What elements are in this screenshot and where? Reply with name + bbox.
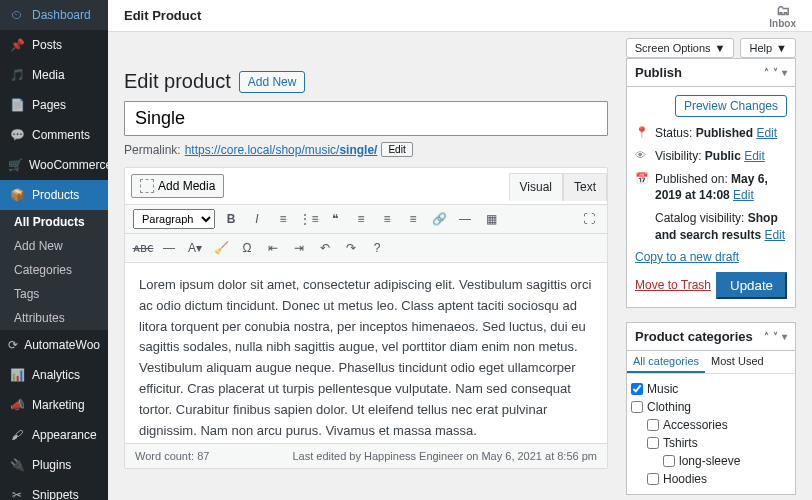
sidebar-label: Media [32, 68, 65, 82]
package-icon: 📦 [8, 186, 26, 204]
all-categories-tab[interactable]: All categories [627, 351, 705, 373]
sidebar-appearance[interactable]: 🖌Appearance [0, 420, 108, 450]
category-checkbox[interactable] [631, 401, 643, 413]
quote-button[interactable]: ❝ [325, 209, 345, 229]
preview-changes-button[interactable]: Preview Changes [675, 95, 787, 117]
category-checkbox[interactable] [647, 473, 659, 485]
text-tab[interactable]: Text [563, 173, 607, 201]
submenu-all-products[interactable]: All Products [0, 210, 108, 234]
inbox-label: Inbox [769, 18, 796, 29]
indent-button[interactable]: ⇥ [289, 238, 309, 258]
chevron-up-icon[interactable]: ˄ [764, 67, 769, 78]
sidebar-automatewoo[interactable]: ⟳AutomateWoo [0, 330, 108, 360]
permalink-edit-button[interactable]: Edit [381, 142, 412, 157]
editor-footer: Word count: 87 Last edited by Happiness … [125, 443, 607, 468]
sidebar-snippets[interactable]: ✂Snippets [0, 480, 108, 500]
sidebar-posts[interactable]: 📌Posts [0, 30, 108, 60]
special-button[interactable]: Ω [237, 238, 257, 258]
category-checkbox[interactable] [647, 419, 659, 431]
sidebar-label: AutomateWoo [24, 338, 100, 352]
submenu-tags[interactable]: Tags [0, 282, 108, 306]
edit-visibility-link[interactable]: Edit [744, 149, 765, 163]
category-checkbox[interactable] [647, 437, 659, 449]
chevron-up-icon[interactable]: ˄ [764, 331, 769, 342]
bold-button[interactable]: B [221, 209, 241, 229]
visual-tab[interactable]: Visual [509, 173, 563, 201]
move-to-trash-link[interactable]: Move to Trash [635, 278, 711, 292]
edit-date-link[interactable]: Edit [733, 188, 754, 202]
plug-icon: 🔌 [8, 456, 26, 474]
sidebar-pages[interactable]: 📄Pages [0, 90, 108, 120]
cycle-icon: ⟳ [8, 336, 18, 354]
more-button[interactable]: — [455, 209, 475, 229]
inbox-icon: 🗂 [769, 2, 796, 18]
textcolor-button[interactable]: A▾ [185, 238, 205, 258]
megaphone-icon: 📣 [8, 396, 26, 414]
screen-options-button[interactable]: Screen Options ▼ [626, 38, 735, 58]
category-tree: Music Clothing Accessories Tshirts long-… [627, 374, 795, 494]
strike-button[interactable]: ᴀʙᴄ [133, 238, 153, 258]
sidebar-analytics[interactable]: 📊Analytics [0, 360, 108, 390]
list-ul-button[interactable]: ≡ [273, 209, 293, 229]
category-item[interactable]: Music [631, 380, 791, 398]
category-item[interactable]: Accessories [631, 416, 791, 434]
main: Edit Product 🗂 Inbox Screen Options ▼ He… [108, 0, 812, 500]
submenu-categories[interactable]: Categories [0, 258, 108, 282]
editor-body[interactable]: Lorem ipsum dolor sit amet, consectetur … [125, 263, 607, 443]
hr-button[interactable]: — [159, 238, 179, 258]
chevron-down-icon[interactable]: ˅ [773, 67, 778, 78]
chevron-down-icon[interactable]: ˅ [773, 331, 778, 342]
sidebar-media[interactable]: 🎵Media [0, 60, 108, 90]
category-checkbox[interactable] [663, 455, 675, 467]
sidebar-plugins[interactable]: 🔌Plugins [0, 450, 108, 480]
edit-status-link[interactable]: Edit [756, 126, 777, 140]
categories-panel: Product categories ˄˅▾ All categories Mo… [626, 322, 796, 495]
help-button[interactable]: ? [367, 238, 387, 258]
align-left-button[interactable]: ≡ [351, 209, 371, 229]
undo-button[interactable]: ↶ [315, 238, 335, 258]
submenu-attributes[interactable]: Attributes [0, 306, 108, 330]
products-submenu: All Products Add New Categories Tags Att… [0, 210, 108, 330]
sidebar-comments[interactable]: 💬Comments [0, 120, 108, 150]
sidebar-products[interactable]: 📦Products [0, 180, 108, 210]
fullscreen-button[interactable]: ⛶ [579, 209, 599, 229]
copy-draft-link[interactable]: Copy to a new draft [635, 250, 739, 264]
list-ol-button[interactable]: ⋮≡ [299, 209, 319, 229]
product-title-input[interactable] [124, 101, 608, 136]
inbox-button[interactable]: 🗂 Inbox [769, 2, 796, 29]
category-checkbox[interactable] [631, 383, 643, 395]
media-icon: 🎵 [8, 66, 26, 84]
category-item[interactable]: Hoodies [631, 470, 791, 488]
sidebar-marketing[interactable]: 📣Marketing [0, 390, 108, 420]
sidebar-woocommerce[interactable]: 🛒WooCommerce [0, 150, 108, 180]
add-media-button[interactable]: Add Media [131, 174, 224, 198]
category-item[interactable]: long-sleeve [631, 452, 791, 470]
update-button[interactable]: Update [716, 272, 787, 299]
category-item[interactable]: Tshirts [631, 434, 791, 452]
sidebar-label: Dashboard [32, 8, 91, 22]
clear-button[interactable]: 🧹 [211, 238, 231, 258]
edit-catalog-link[interactable]: Edit [764, 228, 785, 242]
sidebar-dashboard[interactable]: ⏲Dashboard [0, 0, 108, 30]
submenu-add-new[interactable]: Add New [0, 234, 108, 258]
category-item[interactable]: Clothing [631, 398, 791, 416]
outdent-button[interactable]: ⇤ [263, 238, 283, 258]
add-new-button[interactable]: Add New [239, 71, 306, 93]
toolbar-toggle-button[interactable]: ▦ [481, 209, 501, 229]
link-button[interactable]: 🔗 [429, 209, 449, 229]
align-center-button[interactable]: ≡ [377, 209, 397, 229]
admin-sidebar: ⏲Dashboard 📌Posts 🎵Media 📄Pages 💬Comment… [0, 0, 108, 500]
chevron-down-icon[interactable]: ▾ [782, 331, 787, 342]
most-used-tab[interactable]: Most Used [705, 351, 770, 373]
pin-icon: 📍 [635, 125, 649, 140]
permalink-link[interactable]: https://core.local/shop/music/single/ [185, 143, 378, 157]
editor-box: Add Media Visual Text Paragraph B I ≡ ⋮≡… [124, 167, 608, 469]
italic-button[interactable]: I [247, 209, 267, 229]
align-right-button[interactable]: ≡ [403, 209, 423, 229]
topbar: Edit Product 🗂 Inbox [108, 0, 812, 32]
redo-button[interactable]: ↷ [341, 238, 361, 258]
help-button[interactable]: Help ▼ [740, 38, 796, 58]
paragraph-select[interactable]: Paragraph [133, 209, 215, 229]
permalink-row: Permalink: https://core.local/shop/music… [124, 142, 608, 157]
chevron-down-icon[interactable]: ▾ [782, 67, 787, 78]
